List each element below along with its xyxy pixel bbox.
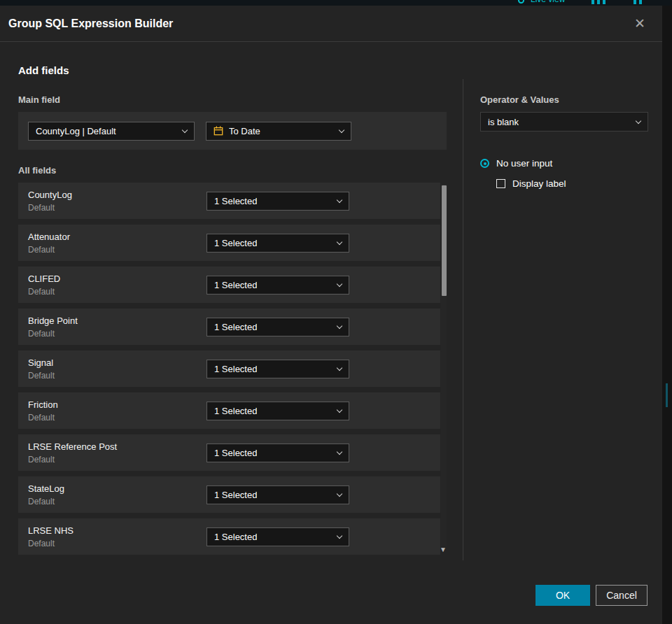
chevron-down-icon bbox=[337, 490, 342, 496]
chevron-down-icon bbox=[337, 448, 342, 454]
operator-values-column: Operator & Values is blank No user input… bbox=[463, 79, 648, 560]
group-sql-expression-builder-dialog: Group SQL Expression Builder ✕ Add field… bbox=[0, 6, 662, 624]
field-selection-dropdown[interactable]: 1 Selected bbox=[206, 192, 349, 211]
field-selection-dropdown[interactable]: 1 Selected bbox=[206, 276, 349, 295]
field-row-signal: Signal Default 1 Selected bbox=[18, 350, 440, 387]
chevron-down-icon bbox=[636, 118, 641, 123]
selection-value: 1 Selected bbox=[214, 322, 257, 332]
chevron-down-icon bbox=[337, 197, 342, 202]
background-app-toolbar: Live view bbox=[0, 0, 672, 6]
add-fields-heading: Add fields bbox=[18, 64, 662, 76]
field-info: Bridge Point Default bbox=[28, 315, 206, 339]
main-field-select[interactable]: CountyLog | Default bbox=[28, 122, 195, 141]
all-fields-list: CountyLog Default 1 Selected Attenuator … bbox=[18, 183, 447, 555]
field-selection-dropdown[interactable]: 1 Selected bbox=[206, 318, 349, 336]
operator-values-label: Operator & Values bbox=[480, 94, 648, 105]
field-info: Signal Default bbox=[28, 357, 206, 381]
field-row-bridge-point: Bridge Point Default 1 Selected bbox=[18, 309, 440, 345]
field-subtitle: Default bbox=[28, 328, 206, 339]
field-selection-dropdown[interactable]: 1 Selected bbox=[206, 444, 349, 462]
date-part-select[interactable]: To Date bbox=[206, 122, 351, 141]
field-subtitle: Default bbox=[28, 286, 206, 297]
dialog-footer: OK Cancel bbox=[536, 585, 648, 606]
chevron-down-icon bbox=[337, 532, 342, 538]
chevron-down-icon bbox=[337, 406, 342, 412]
date-part-select-value: To Date bbox=[229, 126, 260, 136]
dialog-body: Add fields Main field CountyLog | Defaul… bbox=[0, 42, 662, 624]
background-chart-fragment bbox=[666, 383, 668, 407]
scroll-down-arrow-icon[interactable]: ▼ bbox=[440, 546, 447, 553]
field-selection-dropdown[interactable]: 1 Selected bbox=[206, 402, 349, 420]
field-selection-dropdown[interactable]: 1 Selected bbox=[206, 360, 349, 378]
field-name: StateLog bbox=[28, 483, 206, 495]
pause-icon bbox=[634, 0, 642, 4]
dialog-title: Group SQL Expression Builder bbox=[8, 17, 173, 30]
field-selection-dropdown[interactable]: 1 Selected bbox=[206, 234, 349, 253]
field-name: CountyLog bbox=[28, 189, 206, 201]
selection-value: 1 Selected bbox=[214, 364, 257, 374]
field-row-clifed: CLIFED Default 1 Selected bbox=[18, 267, 440, 303]
live-view-label: Live view bbox=[531, 0, 565, 4]
cancel-button[interactable]: Cancel bbox=[596, 585, 648, 606]
chart-columns-icon bbox=[592, 0, 606, 4]
chevron-down-icon bbox=[337, 322, 342, 328]
live-view-icon bbox=[518, 0, 524, 3]
chevron-down-icon bbox=[339, 127, 344, 132]
selection-value: 1 Selected bbox=[214, 238, 257, 248]
checkbox-label: Display label bbox=[512, 178, 566, 189]
field-subtitle: Default bbox=[28, 370, 206, 381]
checkbox-unchecked-icon bbox=[496, 179, 505, 188]
field-info: Friction Default bbox=[28, 399, 206, 423]
chevron-down-icon bbox=[337, 239, 342, 244]
selection-value: 1 Selected bbox=[214, 532, 257, 542]
scrollbar-thumb[interactable] bbox=[442, 185, 447, 296]
main-field-select-value: CountyLog | Default bbox=[36, 126, 116, 136]
field-name: Attenuator bbox=[28, 231, 206, 243]
chevron-down-icon bbox=[182, 127, 188, 132]
display-label-checkbox[interactable]: Display label bbox=[496, 178, 648, 189]
field-name: LRSE Reference Post bbox=[28, 441, 206, 453]
field-subtitle: Default bbox=[28, 454, 206, 465]
close-icon[interactable]: ✕ bbox=[631, 14, 648, 33]
field-selection-dropdown[interactable]: 1 Selected bbox=[206, 527, 349, 546]
field-info: CLIFED Default bbox=[28, 273, 206, 297]
dialog-header: Group SQL Expression Builder ✕ bbox=[0, 6, 662, 42]
operator-select[interactable]: is blank bbox=[480, 112, 648, 132]
field-row-countylog: CountyLog Default 1 Selected bbox=[18, 183, 440, 219]
chevron-down-icon bbox=[337, 281, 342, 286]
ok-button[interactable]: OK bbox=[536, 585, 590, 606]
chevron-down-icon bbox=[337, 364, 342, 370]
selection-value: 1 Selected bbox=[214, 490, 257, 500]
selection-value: 1 Selected bbox=[214, 196, 257, 206]
field-row-friction: Friction Default 1 Selected bbox=[18, 392, 440, 429]
field-row-lrse-nhs: LRSE NHS Default 1 Selected bbox=[18, 518, 440, 555]
field-info: LRSE Reference Post Default bbox=[28, 441, 206, 465]
all-fields-label: All fields bbox=[18, 165, 447, 176]
field-info: LRSE NHS Default bbox=[28, 525, 206, 549]
selection-value: 1 Selected bbox=[214, 280, 257, 290]
field-info: CountyLog Default bbox=[28, 189, 206, 213]
radio-selected-icon bbox=[480, 159, 489, 168]
radio-label: No user input bbox=[496, 158, 552, 169]
field-subtitle: Default bbox=[28, 496, 206, 507]
field-selection-dropdown[interactable]: 1 Selected bbox=[206, 485, 349, 504]
scrollbar[interactable]: ▼ bbox=[441, 184, 447, 546]
no-user-input-radio[interactable]: No user input bbox=[480, 158, 648, 169]
field-name: LRSE NHS bbox=[28, 525, 206, 537]
field-name: Friction bbox=[28, 399, 206, 411]
field-name: Bridge Point bbox=[28, 315, 206, 327]
field-subtitle: Default bbox=[28, 202, 206, 213]
field-subtitle: Default bbox=[28, 538, 206, 549]
field-info: StateLog Default bbox=[28, 483, 206, 507]
selection-value: 1 Selected bbox=[214, 448, 257, 458]
main-field-label: Main field bbox=[18, 94, 447, 105]
selection-value: 1 Selected bbox=[214, 406, 257, 416]
main-field-row: CountyLog | Default To Date bbox=[18, 112, 447, 150]
field-row-lrse-reference-post: LRSE Reference Post Default 1 Selected bbox=[18, 434, 440, 471]
fields-column: Main field CountyLog | Default To bbox=[18, 79, 447, 560]
field-name: Signal bbox=[28, 357, 206, 369]
field-subtitle: Default bbox=[28, 244, 206, 255]
field-name: CLIFED bbox=[28, 273, 206, 285]
operator-select-value: is blank bbox=[488, 117, 519, 127]
field-row-statelog: StateLog Default 1 Selected bbox=[18, 476, 440, 513]
